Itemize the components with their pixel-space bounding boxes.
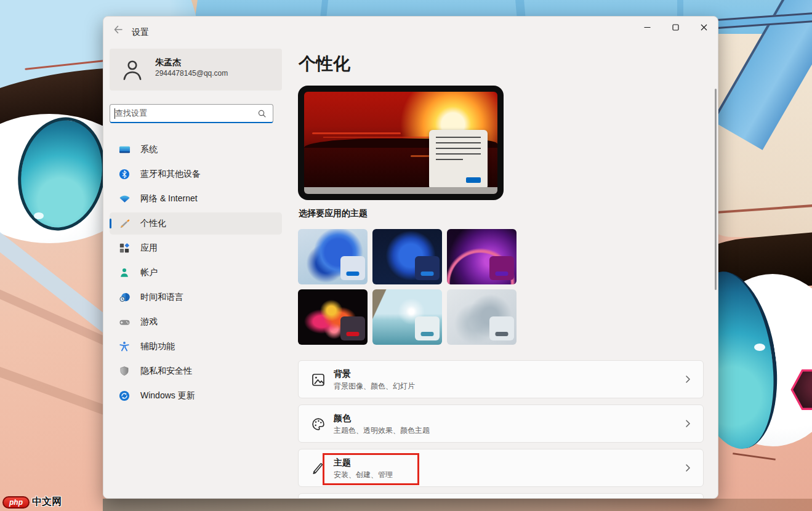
sidebar-item-label: Windows 更新 bbox=[140, 390, 195, 401]
sidebar-item-label: 帐户 bbox=[140, 267, 158, 278]
preview-text-line bbox=[436, 159, 463, 160]
theme-thumbnail-windows-bloom-light[interactable] bbox=[298, 229, 368, 284]
avatar-icon bbox=[119, 57, 145, 82]
row-title: 背景 bbox=[334, 369, 351, 380]
wallpaper-bottom-strip bbox=[103, 499, 812, 511]
theme-mini-button bbox=[496, 332, 509, 336]
preview-cloud-streak bbox=[323, 137, 439, 138]
preview-cloud-streak bbox=[312, 132, 401, 134]
php-logo: php bbox=[2, 496, 30, 509]
minimize-button[interactable] bbox=[633, 17, 661, 38]
windows-update-icon bbox=[118, 390, 131, 402]
theme-preview-monitor bbox=[298, 86, 504, 200]
preview-accent-button bbox=[466, 177, 481, 183]
theme-mini-card bbox=[340, 316, 365, 340]
profile-name: 朱孟杰 bbox=[155, 57, 181, 68]
site-name: 中文网 bbox=[32, 496, 62, 509]
search-input[interactable] bbox=[115, 105, 251, 121]
personalization-icon bbox=[118, 217, 131, 230]
theme-mini-button bbox=[421, 272, 434, 276]
wallpaper-lowerlash-right bbox=[733, 453, 776, 461]
maximize-button[interactable] bbox=[661, 17, 689, 38]
titlebar[interactable]: 设置 bbox=[103, 17, 718, 41]
sidebar-nav: 系统 蓝牙和其他设备 网络 & Internet bbox=[110, 139, 282, 409]
settings-row-background[interactable]: 背景 背景图像、颜色、幻灯片 bbox=[298, 360, 704, 398]
sidebar-item-time-language[interactable]: 时间和语言 bbox=[110, 286, 282, 308]
theme-preview-wallpaper bbox=[304, 92, 497, 194]
theme-mini-button bbox=[347, 272, 360, 276]
sidebar-item-label: 游戏 bbox=[140, 316, 158, 328]
theme-mini-card bbox=[415, 316, 440, 340]
settings-row-colors[interactable]: 颜色 主题色、透明效果、颜色主题 bbox=[298, 404, 704, 443]
chevron-right-icon bbox=[683, 374, 692, 384]
window-title: 设置 bbox=[132, 27, 149, 38]
sidebar-item-personalization[interactable]: 个性化 bbox=[110, 212, 282, 235]
window-controls bbox=[633, 17, 718, 38]
sidebar-item-privacy[interactable]: 隐私和安全性 bbox=[110, 360, 282, 382]
minimize-icon bbox=[644, 24, 651, 31]
sidebar-item-windows-update[interactable]: Windows 更新 bbox=[110, 385, 282, 407]
sidebar-item-label: 时间和语言 bbox=[140, 292, 183, 303]
page-title: 个性化 bbox=[299, 52, 350, 76]
theme-mini-button bbox=[347, 332, 360, 336]
time-language-icon bbox=[118, 291, 131, 304]
sidebar-item-apps[interactable]: 应用 bbox=[110, 237, 282, 259]
row-title: 颜色 bbox=[334, 413, 351, 424]
preview-text-line bbox=[436, 153, 481, 155]
settings-window: 设置 bbox=[103, 16, 718, 499]
theme-mini-card bbox=[415, 256, 440, 280]
preview-text-line bbox=[436, 148, 481, 149]
sidebar-item-label: 网络 & Internet bbox=[140, 193, 198, 204]
background-image-icon bbox=[311, 372, 326, 387]
sidebar-item-label: 个性化 bbox=[140, 218, 166, 229]
sidebar-item-label: 应用 bbox=[140, 243, 158, 254]
back-arrow-icon bbox=[113, 25, 123, 34]
gaming-icon bbox=[118, 316, 131, 328]
sidebar-item-gaming[interactable]: 游戏 bbox=[110, 311, 282, 333]
apps-icon bbox=[118, 242, 131, 254]
theme-mini-card bbox=[489, 316, 514, 340]
sidebar-item-label: 隐私和安全性 bbox=[140, 366, 192, 377]
theme-thumbnail-white-flow[interactable] bbox=[447, 289, 517, 345]
theme-thumbnail-sunrise-coast[interactable] bbox=[372, 289, 442, 345]
themes-section-label: 选择要应用的主题 bbox=[299, 208, 368, 219]
theme-thumbnail-purple-glow[interactable] bbox=[447, 229, 517, 284]
theme-thumbnail-windows-bloom-dark[interactable] bbox=[372, 229, 442, 284]
site-watermark: php 中文网 bbox=[2, 496, 62, 509]
sidebar-item-label: 系统 bbox=[140, 144, 158, 155]
wallpaper-iris-highlight bbox=[34, 212, 44, 219]
settings-row-partial[interactable] bbox=[298, 493, 704, 499]
theme-thumbnail-colorful-flower[interactable] bbox=[298, 289, 368, 345]
close-button[interactable] bbox=[689, 17, 718, 38]
preview-taskbar bbox=[304, 187, 497, 194]
sidebar-item-system[interactable]: 系统 bbox=[110, 139, 282, 161]
chevron-right-icon bbox=[683, 463, 692, 473]
sidebar-item-bluetooth[interactable]: 蓝牙和其他设备 bbox=[110, 163, 282, 185]
profile-card[interactable]: 朱孟杰 2944478145@qq.com bbox=[110, 49, 282, 91]
profile-email: 2944478145@qq.com bbox=[155, 69, 228, 78]
sidebar-item-label: 辅助功能 bbox=[140, 341, 175, 352]
chevron-right-icon bbox=[683, 419, 692, 429]
window-scrollbar[interactable] bbox=[715, 89, 717, 290]
desktop: 惊 php 中文网 设置 bbox=[0, 0, 812, 511]
sidebar-item-network[interactable]: 网络 & Internet bbox=[110, 188, 282, 210]
row-subtitle: 背景图像、颜色、幻灯片 bbox=[334, 381, 415, 392]
preview-window-card bbox=[429, 130, 488, 190]
preview-text-line bbox=[436, 142, 481, 143]
wallpaper-iris-highlight bbox=[754, 344, 765, 351]
accounts-icon bbox=[118, 267, 131, 279]
bluetooth-icon bbox=[118, 168, 131, 180]
search-box bbox=[110, 104, 273, 123]
theme-mini-card bbox=[340, 256, 365, 280]
theme-mini-card bbox=[489, 256, 514, 280]
sidebar-item-accessibility[interactable]: 辅助功能 bbox=[110, 336, 282, 358]
sidebar-item-accounts[interactable]: 帐户 bbox=[110, 262, 282, 284]
annotation-box bbox=[323, 453, 419, 485]
back-button[interactable] bbox=[108, 22, 128, 38]
theme-mini-button bbox=[496, 272, 509, 276]
sidebar-item-label: 蓝牙和其他设备 bbox=[140, 169, 201, 180]
system-icon bbox=[118, 143, 131, 156]
close-icon bbox=[701, 24, 707, 31]
row-subtitle: 主题色、透明效果、颜色主题 bbox=[334, 425, 430, 436]
network-icon bbox=[118, 193, 131, 205]
